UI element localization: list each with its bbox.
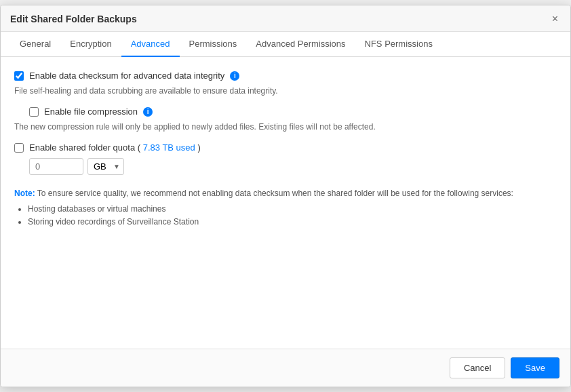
- quota-label: Enable shared folder quota ( 7.83 TB use…: [29, 142, 201, 153]
- dialog-body: Enable data checksum for advanced data i…: [1, 57, 570, 349]
- compression-checkbox[interactable]: [29, 107, 39, 117]
- checksum-description: File self-healing and data scrubbing are…: [14, 85, 557, 97]
- note-item-1: Hosting databases or virtual machines: [28, 203, 557, 216]
- tab-permissions[interactable]: Permissions: [180, 32, 247, 57]
- quota-unit-select[interactable]: GB TB MB: [87, 158, 124, 175]
- quota-input-row: GB TB MB ▼: [29, 158, 557, 175]
- compression-description: The new compression rule will only be ap…: [14, 121, 557, 133]
- quota-checkbox[interactable]: [14, 143, 24, 153]
- tab-general[interactable]: General: [10, 32, 60, 57]
- compression-info-icon[interactable]: i: [143, 107, 153, 117]
- tab-nfs-permissions[interactable]: NFS Permissions: [355, 32, 442, 57]
- checksum-row: Enable data checksum for advanced data i…: [14, 71, 557, 81]
- cancel-button[interactable]: Cancel: [450, 357, 505, 378]
- note-label: Note:: [14, 189, 35, 198]
- compression-row: Enable file compression i: [29, 106, 557, 117]
- dialog-footer: Cancel Save: [1, 349, 570, 387]
- tab-bar: General Encryption Advanced Permissions …: [1, 32, 570, 57]
- note-box: Note: To ensure service quality, we reco…: [14, 187, 557, 229]
- note-body-text: To ensure service quality, we recommend …: [37, 189, 513, 198]
- checksum-label[interactable]: Enable data checksum for advanced data i…: [29, 71, 224, 81]
- note-item-2: Storing video recordings of Surveillance…: [28, 216, 557, 229]
- close-button[interactable]: ×: [549, 12, 561, 26]
- tab-encryption[interactable]: Encryption: [60, 32, 121, 57]
- dialog-header: Edit Shared Folder Backups ×: [1, 5, 570, 32]
- quota-row: Enable shared folder quota ( 7.83 TB use…: [14, 142, 557, 153]
- quota-used-text: 7.83 TB used: [143, 142, 195, 153]
- checksum-checkbox[interactable]: [14, 71, 24, 81]
- compression-label[interactable]: Enable file compression: [44, 106, 138, 117]
- dialog: Edit Shared Folder Backups × General Enc…: [0, 5, 571, 387]
- quota-value-input[interactable]: [29, 158, 83, 175]
- dialog-title: Edit Shared Folder Backups: [10, 14, 137, 24]
- tab-advanced-permissions[interactable]: Advanced Permissions: [246, 32, 355, 57]
- checksum-info-icon[interactable]: i: [230, 71, 239, 81]
- note-list: Hosting databases or virtual machines St…: [28, 203, 557, 229]
- save-button[interactable]: Save: [511, 357, 559, 378]
- quota-unit-wrapper: GB TB MB ▼: [87, 158, 124, 175]
- tab-advanced[interactable]: Advanced: [121, 32, 180, 57]
